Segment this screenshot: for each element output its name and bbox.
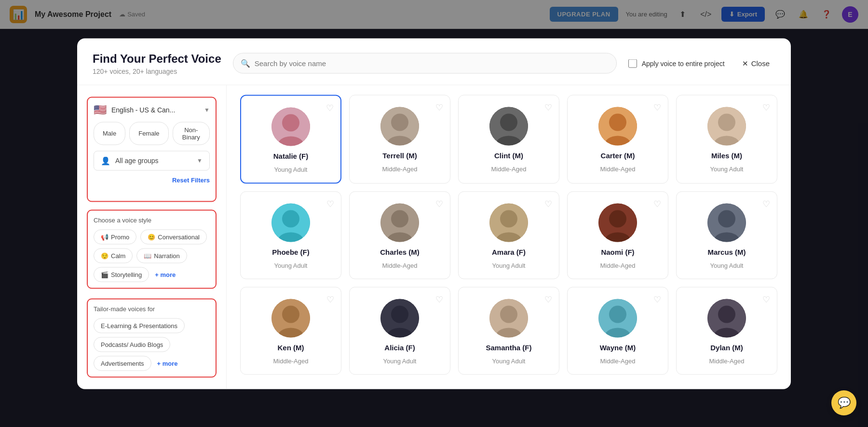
voice-avatar (271, 299, 310, 337)
age-selector[interactable]: 👤 All age groups ▼ (94, 151, 210, 170)
voice-avatar (380, 107, 419, 145)
favorite-button[interactable]: ♡ (762, 102, 770, 112)
favorite-button[interactable]: ♡ (653, 294, 661, 304)
style-promo[interactable]: 📢 Promo (94, 229, 136, 244)
flag-icon: 🇺🇸 (94, 103, 107, 116)
voice-card[interactable]: ♡ Terrell (M) Middle-Aged (349, 95, 450, 183)
favorite-button[interactable]: ♡ (435, 102, 443, 112)
favorite-button[interactable]: ♡ (326, 294, 334, 304)
voice-style-box: Choose a voice style 📢 Promo 😊 Conversat… (87, 209, 217, 289)
voice-card[interactable]: ♡ Wayne (M) Middle-Aged (567, 287, 668, 374)
style-storytelling[interactable]: 🎬 Storytelling (94, 267, 149, 282)
svg-point-40 (609, 305, 626, 323)
voice-name: Samantha (F) (486, 343, 531, 351)
voice-age: Middle-Aged (600, 165, 636, 172)
tailor-label: Tailor-made voices for (94, 305, 210, 312)
svg-point-34 (391, 305, 408, 323)
apply-voice-label: Apply voice to entire project (642, 59, 725, 67)
chat-bubble[interactable]: 💬 (831, 390, 856, 415)
svg-point-4 (391, 113, 408, 131)
voice-card[interactable]: ♡ Alicia (F) Young Adult (349, 287, 450, 374)
voice-card[interactable]: ♡ Phoebe (F) Young Adult (240, 191, 341, 279)
gender-nonbinary-button[interactable]: Non-Binary (173, 122, 210, 145)
voice-card[interactable]: ♡ Clint (M) Middle-Aged (458, 95, 559, 183)
favorite-button[interactable]: ♡ (435, 198, 443, 209)
voice-avatar (598, 203, 637, 242)
tailor-podcasts[interactable]: Podcasts/ Audio Blogs (94, 337, 170, 352)
voice-card[interactable]: ♡ Samantha (F) Young Adult (458, 287, 559, 374)
voice-age: Young Adult (274, 165, 308, 173)
voice-avatar (380, 203, 419, 242)
modal-title: Find Your Perfect Voice (93, 52, 221, 65)
close-icon: ✕ (742, 59, 748, 68)
svg-point-31 (282, 305, 299, 323)
style-chips: 📢 Promo 😊 Conversational 😌 Calm 📖 Narrat… (94, 229, 210, 282)
favorite-button[interactable]: ♡ (653, 102, 661, 112)
voice-card[interactable]: ♡ Charles (M) Middle-Aged (349, 191, 450, 279)
tailor-ads[interactable]: Advertisements (94, 356, 151, 371)
filters-panel: 🇺🇸 English - US & Can... ▼ Male Female N… (77, 85, 227, 389)
favorite-button[interactable]: ♡ (326, 102, 334, 113)
voice-card[interactable]: ♡ Natalie (F) Young Adult (240, 95, 341, 183)
voices-grid: ♡ Natalie (F) Young Adult ♡ Terrell (M) … (240, 95, 777, 374)
voice-card[interactable]: ♡ Miles (M) Young Adult (676, 95, 777, 183)
voice-name: Dylan (M) (710, 343, 743, 351)
style-calm[interactable]: 😌 Calm (94, 248, 133, 263)
voice-card[interactable]: ♡ Naomi (F) Middle-Aged (567, 191, 668, 279)
voice-age: Young Adult (710, 165, 744, 172)
apply-voice-checkbox[interactable] (628, 59, 637, 68)
voice-avatar (271, 203, 310, 242)
voice-name: Miles (M) (711, 151, 742, 159)
more-tailor-button[interactable]: + more (155, 356, 180, 371)
favorite-button[interactable]: ♡ (762, 294, 770, 304)
search-input[interactable] (233, 53, 617, 74)
voice-name: Phoebe (F) (272, 248, 310, 256)
voice-card[interactable]: ♡ Ken (M) Middle-Aged (240, 287, 341, 374)
gender-female-button[interactable]: Female (129, 122, 168, 145)
style-narration[interactable]: 📖 Narration (136, 248, 187, 263)
voice-name: Carter (M) (601, 151, 635, 159)
favorite-button[interactable]: ♡ (435, 294, 443, 304)
voice-avatar (707, 299, 746, 337)
language-selector[interactable]: 🇺🇸 English - US & Can... ▼ (94, 103, 210, 116)
voice-card[interactable]: ♡ Carter (M) Middle-Aged (567, 95, 668, 183)
modal-header: Find Your Perfect Voice 120+ voices, 20+… (77, 38, 791, 85)
voice-style-label: Choose a voice style (94, 216, 210, 223)
language-text: English - US & Can... (111, 106, 199, 113)
voice-age: Middle-Aged (709, 357, 745, 364)
search-container: 🔍 (233, 53, 617, 74)
style-conversational[interactable]: 😊 Conversational (140, 229, 207, 244)
favorite-button[interactable]: ♡ (653, 198, 661, 209)
favorite-button[interactable]: ♡ (762, 198, 770, 209)
age-text: All age groups (115, 157, 192, 165)
voice-name: Clint (M) (494, 151, 523, 159)
favorite-button[interactable]: ♡ (544, 198, 552, 209)
svg-point-22 (500, 210, 517, 227)
voice-name: Naomi (F) (601, 248, 634, 256)
voice-card[interactable]: ♡ Marcus (M) Young Adult (676, 191, 777, 279)
svg-point-13 (718, 113, 735, 131)
more-styles-button[interactable]: + more (153, 267, 177, 282)
person-icon: 👤 (101, 156, 110, 165)
voice-picker-modal: Find Your Perfect Voice 120+ voices, 20+… (77, 38, 791, 389)
voice-age: Middle-Aged (491, 165, 527, 172)
apply-voice-section: Apply voice to entire project (628, 59, 725, 68)
reset-filters-button[interactable]: Reset Filters (172, 174, 210, 185)
favorite-button[interactable]: ♡ (544, 294, 552, 304)
voice-avatar (489, 107, 528, 145)
favorite-button[interactable]: ♡ (544, 102, 552, 112)
voice-age: Middle-Aged (273, 357, 309, 364)
close-button[interactable]: ✕ Close (736, 55, 775, 71)
voice-card[interactable]: ♡ Amara (F) Young Adult (458, 191, 559, 279)
modal-subtitle: 120+ voices, 20+ languages (93, 67, 221, 75)
gender-male-button[interactable]: Male (94, 122, 125, 145)
chevron-down-icon: ▼ (204, 106, 210, 113)
voice-card[interactable]: ♡ Dylan (M) Middle-Aged (676, 287, 777, 374)
voice-avatar (380, 299, 419, 337)
tailor-elearning[interactable]: E-Learning & Presentations (94, 318, 185, 333)
favorite-button[interactable]: ♡ (326, 198, 334, 209)
voice-name: Terrell (M) (382, 151, 417, 159)
voice-avatar (489, 203, 528, 242)
voice-name: Marcus (M) (707, 248, 746, 256)
voice-age: Middle-Aged (600, 357, 636, 364)
